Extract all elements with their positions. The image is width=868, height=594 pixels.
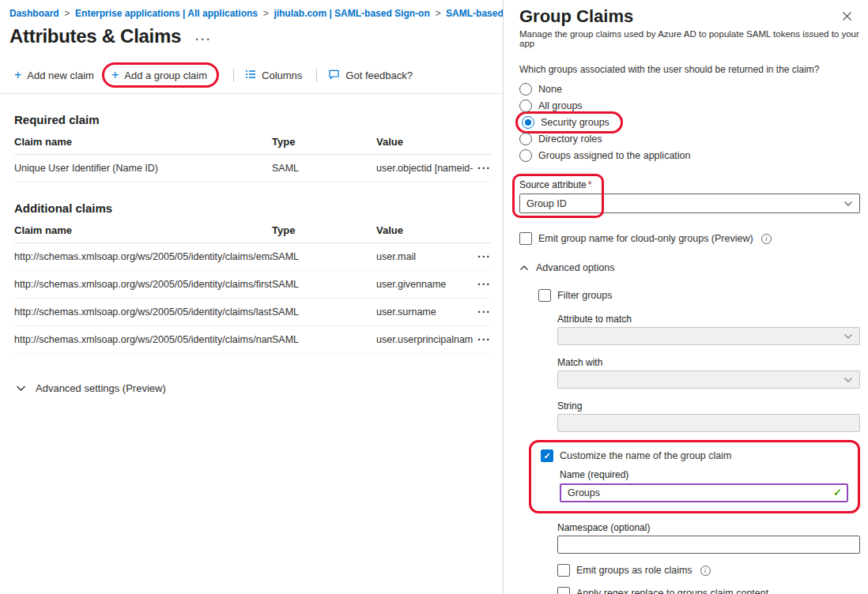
more-options-button[interactable] xyxy=(195,28,212,46)
columns-icon xyxy=(245,69,256,82)
radio-option-none[interactable]: None xyxy=(519,81,860,97)
claim-name-cell[interactable]: http://schemas.xmlsoap.org/ws/2005/05/id… xyxy=(14,326,272,354)
radio-button[interactable] xyxy=(522,116,534,129)
claim-name-cell[interactable]: http://schemas.xmlsoap.org/ws/2005/05/id… xyxy=(14,271,272,299)
required-claim-section: Required claim Claim name Type Value Uni… xyxy=(0,113,503,182)
selected-value: Group ID xyxy=(526,198,567,209)
checkbox-label[interactable]: Emit groups as role claims xyxy=(576,565,693,576)
emit-roles-checkbox[interactable] xyxy=(557,564,570,577)
column-header-type: Type xyxy=(272,128,376,155)
radio-label[interactable]: None xyxy=(538,84,562,95)
additional-claims-section: Additional claims Claim name Type Value … xyxy=(0,201,503,354)
add-new-claim-label: Add new claim xyxy=(27,70,94,81)
radio-option-groups-assigned[interactable]: Groups assigned to the application xyxy=(519,148,860,164)
page-title: Attributes & Claims xyxy=(9,25,181,47)
row-menu-button[interactable] xyxy=(473,299,491,326)
radio-button[interactable] xyxy=(519,83,532,96)
add-group-claim-button[interactable]: + Add a group claim xyxy=(111,69,207,81)
checkbox-label[interactable]: Customize the name of the group claim xyxy=(560,450,731,461)
checkbox-label[interactable]: Filter groups xyxy=(557,290,612,301)
emit-roles-checkbox-row[interactable]: Emit groups as role claims xyxy=(557,564,860,577)
additional-claims-heading: Additional claims xyxy=(14,201,490,215)
annotation-add-group-claim: + Add a group claim xyxy=(102,62,219,88)
label-text: Source attribute xyxy=(519,179,587,190)
check-icon xyxy=(833,487,842,498)
group-claims-panel: Group Claims Manage the group claims use… xyxy=(504,0,868,594)
table-row[interactable]: http://schemas.xmlsoap.org/ws/2005/05/id… xyxy=(14,243,491,271)
breadcrumb-dashboard[interactable]: Dashboard xyxy=(9,8,73,19)
claim-name-cell[interactable]: http://schemas.xmlsoap.org/ws/2005/05/id… xyxy=(14,243,272,271)
breadcrumb-jihulab-saml[interactable]: jihulab.com | SAML-based Sign-on xyxy=(274,8,443,19)
add-new-claim-button[interactable]: + Add new claim xyxy=(14,69,94,81)
row-menu-button[interactable] xyxy=(473,271,491,299)
got-feedback-label: Got feedback? xyxy=(345,70,413,81)
emit-group-name-checkbox-row[interactable]: Emit group name for cloud-only groups (P… xyxy=(519,232,860,245)
name-input[interactable] xyxy=(560,483,848,502)
table-row[interactable]: http://schemas.xmlsoap.org/ws/2005/05/id… xyxy=(14,299,491,326)
regex-replace-checkbox-row[interactable]: Apply regex replace to groups claim cont… xyxy=(557,587,860,594)
radio-label[interactable]: Directory roles xyxy=(538,133,602,145)
column-header-value: Value xyxy=(376,216,473,243)
add-group-claim-label: Add a group claim xyxy=(124,70,207,81)
customize-name-checkbox[interactable] xyxy=(541,449,553,462)
filter-groups-checkbox[interactable] xyxy=(538,289,551,302)
row-menu-button[interactable] xyxy=(473,155,491,182)
chevron-down-icon xyxy=(843,331,853,342)
claim-name-cell[interactable]: Unique User Identifier (Name ID) xyxy=(14,155,272,182)
checkbox-label[interactable]: Emit group name for cloud-only groups (P… xyxy=(538,233,753,244)
radio-option-directory-roles[interactable]: Directory roles xyxy=(519,131,860,147)
namespace-input[interactable] xyxy=(557,536,860,554)
breadcrumb-saml-sign-on[interactable]: SAML-based Sign-on xyxy=(446,8,503,19)
columns-label: Columns xyxy=(262,70,302,81)
radio-option-security-groups[interactable]: Security groups xyxy=(519,115,860,130)
annotation-customize-group-claim: Customize the name of the group claim Na… xyxy=(529,440,860,513)
row-menu-button[interactable] xyxy=(473,326,491,354)
claim-value-cell: user.userprincipalname xyxy=(376,326,473,354)
table-row[interactable]: Unique User Identifier (Name ID) SAML us… xyxy=(14,155,491,182)
claim-name-cell[interactable]: http://schemas.xmlsoap.org/ws/2005/05/id… xyxy=(14,299,272,326)
checkbox-label[interactable]: Apply regex replace to groups claim cont… xyxy=(576,588,768,594)
info-icon[interactable] xyxy=(700,566,711,576)
filter-groups-checkbox-row[interactable]: Filter groups xyxy=(538,289,860,302)
source-attribute-field: Source attribute* Group ID xyxy=(519,179,860,213)
radio-button[interactable] xyxy=(519,133,532,145)
radio-label[interactable]: All groups xyxy=(538,100,583,111)
claim-type-cell: SAML xyxy=(272,243,376,271)
annotation-security-groups: Security groups xyxy=(515,111,623,133)
table-row[interactable]: http://schemas.xmlsoap.org/ws/2005/05/id… xyxy=(14,271,491,299)
feedback-icon xyxy=(328,69,340,82)
advanced-options-expander[interactable]: Advanced options xyxy=(519,262,860,273)
attribute-to-match-select[interactable] xyxy=(557,327,860,345)
info-icon[interactable] xyxy=(761,234,772,244)
claim-value-cell: user.givenname xyxy=(376,271,473,299)
azure-portal-window: Dashboard Enterprise applications | All … xyxy=(0,0,868,594)
group-claims-question: Which groups associated with the user sh… xyxy=(519,64,860,75)
radio-button[interactable] xyxy=(519,149,532,162)
regex-replace-checkbox[interactable] xyxy=(557,587,570,594)
column-header-claim-name: Claim name xyxy=(14,216,272,243)
radio-button[interactable] xyxy=(519,100,532,112)
table-row[interactable]: http://schemas.xmlsoap.org/ws/2005/05/id… xyxy=(14,326,491,354)
plus-icon: + xyxy=(14,69,21,81)
string-input[interactable] xyxy=(557,414,860,432)
chevron-up-icon xyxy=(519,262,529,273)
advanced-settings-label: Advanced settings (Preview) xyxy=(36,382,166,394)
attributes-claims-pane: Dashboard Enterprise applications | All … xyxy=(0,0,504,594)
radio-label[interactable]: Security groups xyxy=(541,117,609,128)
close-icon[interactable] xyxy=(840,9,854,25)
columns-button[interactable]: Columns xyxy=(245,69,302,82)
emit-group-name-checkbox[interactable] xyxy=(519,232,532,245)
additional-claims-table: Claim name Type Value http://schemas.xml… xyxy=(14,216,491,354)
customize-name-checkbox-row[interactable]: Customize the name of the group claim xyxy=(541,449,848,462)
string-field: String xyxy=(557,400,860,432)
got-feedback-button[interactable]: Got feedback? xyxy=(328,69,413,82)
breadcrumb-enterprise-applications[interactable]: Enterprise applications | All applicatio… xyxy=(75,8,271,19)
toolbar-divider xyxy=(316,69,317,82)
claim-type-cell: SAML xyxy=(272,299,376,326)
match-with-select[interactable] xyxy=(557,370,860,389)
radio-label[interactable]: Groups assigned to the application xyxy=(538,150,691,161)
advanced-settings-expander[interactable]: Advanced settings (Preview) xyxy=(16,382,503,394)
namespace-label: Namespace (optional) xyxy=(557,522,860,533)
source-attribute-select[interactable]: Group ID xyxy=(519,194,860,213)
row-menu-button[interactable] xyxy=(473,243,491,271)
